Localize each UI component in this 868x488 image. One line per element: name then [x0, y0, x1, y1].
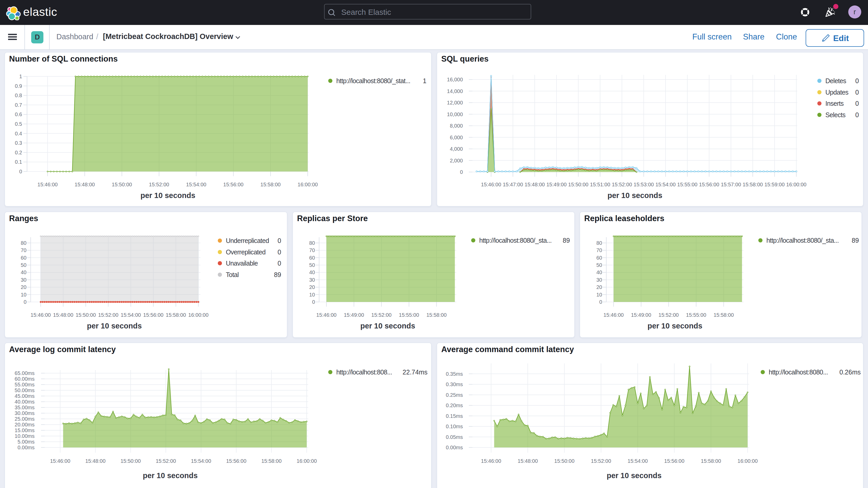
svg-text:20: 20: [596, 284, 602, 290]
svg-text:15:49:00: 15:49:00: [546, 182, 566, 187]
svg-text:15:58:00: 15:58:00: [166, 312, 186, 318]
svg-text:1: 1: [19, 73, 22, 79]
svg-text:5.00ms: 5.00ms: [18, 439, 35, 445]
svg-text:0.05ms: 0.05ms: [446, 434, 463, 440]
svg-text:15:48:00: 15:48:00: [85, 458, 105, 464]
svg-text:15:46:00: 15:46:00: [37, 182, 58, 187]
svg-text:15:58:00: 15:58:00: [427, 312, 447, 318]
svg-text:4,000: 4,000: [450, 146, 463, 152]
svg-text:80: 80: [596, 240, 602, 246]
svg-text:15:52:00: 15:52:00: [658, 312, 679, 318]
svg-text:0.30ms: 0.30ms: [446, 382, 463, 387]
svg-text:70: 70: [309, 247, 315, 253]
svg-text:15:56:00: 15:56:00: [699, 182, 719, 187]
svg-text:0.25ms: 0.25ms: [446, 392, 463, 398]
svg-text:50: 50: [21, 262, 27, 268]
svg-text:15:58:00: 15:58:00: [743, 182, 763, 187]
svg-text:20: 20: [21, 284, 27, 290]
svg-text:35.00ms: 35.00ms: [14, 404, 35, 410]
svg-text:15:46:00: 15:46:00: [481, 182, 501, 187]
svg-text:15:49:00: 15:49:00: [631, 312, 651, 318]
svg-text:0.5: 0.5: [15, 121, 22, 127]
svg-text:0.4: 0.4: [15, 131, 22, 136]
svg-text:2,000: 2,000: [450, 158, 463, 163]
svg-text:0.9: 0.9: [15, 83, 22, 89]
svg-text:15:46:00: 15:46:00: [603, 312, 624, 318]
svg-text:0.7: 0.7: [15, 102, 22, 108]
svg-text:30: 30: [309, 277, 315, 283]
svg-text:40: 40: [21, 270, 27, 275]
svg-text:0.6: 0.6: [15, 112, 22, 117]
svg-text:15:52:00: 15:52:00: [156, 458, 176, 464]
svg-text:15:52:00: 15:52:00: [371, 312, 392, 318]
svg-text:15:55:00: 15:55:00: [677, 182, 698, 187]
svg-text:16:00:00: 16:00:00: [738, 458, 758, 464]
svg-text:0.00ms: 0.00ms: [18, 445, 35, 450]
svg-text:65.00ms: 65.00ms: [14, 370, 35, 376]
svg-text:15:54:00: 15:54:00: [655, 182, 676, 187]
svg-text:60: 60: [21, 255, 27, 261]
svg-text:60.00ms: 60.00ms: [14, 376, 35, 382]
svg-text:50.00ms: 50.00ms: [14, 388, 35, 393]
svg-text:15:48:00: 15:48:00: [53, 312, 73, 318]
svg-text:15:50:00: 15:50:00: [112, 182, 132, 187]
svg-text:15:55:00: 15:55:00: [399, 312, 419, 318]
svg-text:15:50:00: 15:50:00: [568, 182, 588, 187]
svg-text:15:51:00: 15:51:00: [590, 182, 610, 187]
svg-text:16:00:00: 16:00:00: [298, 182, 318, 187]
svg-text:60: 60: [596, 255, 602, 261]
svg-text:10: 10: [309, 292, 315, 298]
svg-text:20: 20: [309, 284, 315, 290]
svg-text:50: 50: [596, 262, 602, 268]
svg-text:15:50:00: 15:50:00: [75, 312, 96, 318]
svg-text:15:54:00: 15:54:00: [121, 312, 141, 318]
svg-text:10: 10: [21, 292, 27, 298]
svg-text:80: 80: [21, 240, 27, 246]
svg-text:40: 40: [309, 270, 315, 275]
svg-text:10,000: 10,000: [447, 112, 463, 117]
svg-text:6,000: 6,000: [450, 134, 463, 140]
svg-text:0.35ms: 0.35ms: [446, 371, 463, 377]
svg-text:15:54:00: 15:54:00: [191, 458, 211, 464]
svg-text:16:00:00: 16:00:00: [297, 458, 317, 464]
svg-text:45.00ms: 45.00ms: [14, 393, 35, 399]
svg-text:70: 70: [596, 247, 602, 253]
svg-text:25.00ms: 25.00ms: [14, 416, 35, 422]
svg-text:15:58:00: 15:58:00: [714, 312, 734, 318]
svg-text:15:48:00: 15:48:00: [518, 458, 538, 464]
svg-text:10.00ms: 10.00ms: [14, 433, 35, 439]
svg-text:16:00:00: 16:00:00: [786, 182, 806, 187]
svg-text:10: 10: [596, 292, 602, 298]
svg-text:15:48:00: 15:48:00: [525, 182, 545, 187]
svg-text:15:46:00: 15:46:00: [481, 458, 501, 464]
svg-text:15:56:00: 15:56:00: [664, 458, 684, 464]
svg-text:0.1: 0.1: [15, 159, 22, 165]
svg-text:15:47:00: 15:47:00: [503, 182, 523, 187]
svg-text:0.10ms: 0.10ms: [446, 424, 463, 429]
svg-text:0.00ms: 0.00ms: [446, 445, 463, 450]
svg-text:40.00ms: 40.00ms: [14, 399, 35, 404]
svg-text:15:56:00: 15:56:00: [223, 182, 244, 187]
svg-text:60: 60: [309, 255, 315, 261]
svg-text:30: 30: [596, 277, 602, 283]
svg-text:15:50:00: 15:50:00: [554, 458, 575, 464]
svg-text:8,000: 8,000: [450, 123, 463, 129]
svg-text:15:56:00: 15:56:00: [226, 458, 246, 464]
svg-text:15:52:00: 15:52:00: [612, 182, 632, 187]
svg-text:0.2: 0.2: [15, 150, 22, 155]
svg-text:15:46:00: 15:46:00: [31, 312, 51, 318]
svg-text:15:53:00: 15:53:00: [633, 182, 654, 187]
svg-text:12,000: 12,000: [447, 100, 463, 105]
svg-text:15:52:00: 15:52:00: [591, 458, 611, 464]
svg-text:30: 30: [21, 277, 27, 283]
svg-text:15:55:00: 15:55:00: [686, 312, 706, 318]
svg-text:15.00ms: 15.00ms: [14, 427, 35, 433]
svg-text:15:50:00: 15:50:00: [121, 458, 141, 464]
svg-text:15:57:00: 15:57:00: [721, 182, 741, 187]
svg-text:15:46:00: 15:46:00: [50, 458, 70, 464]
svg-text:0.8: 0.8: [15, 92, 22, 98]
svg-text:15:58:00: 15:58:00: [261, 458, 282, 464]
svg-text:15:54:00: 15:54:00: [186, 182, 206, 187]
svg-text:30.00ms: 30.00ms: [14, 410, 35, 416]
svg-text:0: 0: [312, 299, 315, 305]
